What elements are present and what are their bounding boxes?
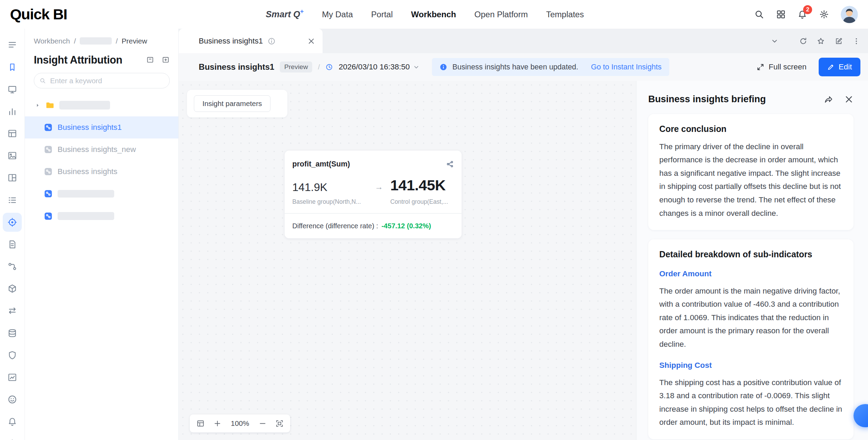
pin-icon[interactable] [3,58,22,77]
search-icon [40,77,46,84]
close-tab-icon[interactable] [307,37,315,45]
main-area: Business insights1 Business insights1 Pr… [179,29,868,440]
tree-item-business-insights1[interactable]: Business insights1 [25,116,178,138]
attribution-icon[interactable] [3,213,22,232]
breadcrumb: Workbench / / Preview [34,37,170,46]
tree-item-business-insights[interactable]: Business insights [25,161,178,183]
collapse-panel-icon[interactable] [146,56,154,64]
close-panel-icon[interactable] [844,95,854,104]
core-conclusion-card: Core conclusion The primary driver of th… [648,114,854,230]
image-chart-icon[interactable] [3,146,22,165]
list-icon[interactable] [3,191,22,210]
redacted-item-name [58,190,114,198]
flow-icon[interactable] [3,257,22,276]
forward-share-icon[interactable] [824,95,833,104]
trend-chart-icon[interactable] [3,368,22,387]
order-amount-link[interactable]: Order Amount [659,269,842,278]
shipping-cost-link[interactable]: Shipping Cost [659,361,842,370]
info-icon[interactable] [268,37,275,45]
difference-value: -457.12 (0.32%) [382,222,431,230]
section-text: The order amount is the main negative dr… [659,285,842,351]
nav-portal[interactable]: Portal [371,10,393,19]
settings-gear-icon[interactable] [819,10,829,19]
metric-card[interactable]: profit_amt(Sum) 141.9K → 141.45K Baselin… [285,151,462,238]
star-favorite-icon[interactable] [817,37,825,45]
nav-my-data[interactable]: My Data [322,10,353,19]
zoom-in-icon[interactable] [214,420,221,427]
kebab-menu-icon[interactable] [852,37,860,45]
pencil-icon [827,63,835,71]
zoom-out-icon[interactable] [259,420,266,427]
quick-bi-app: Quick BI Smart Q+ My Data Portal Workben… [0,0,868,440]
insight-parameters-button[interactable]: Insight parameters [194,95,271,112]
user-avatar[interactable] [841,6,858,23]
caret-right-icon[interactable] [35,103,40,108]
nav-workbench[interactable]: Workbench [411,10,456,19]
tree-item-redacted[interactable] [25,183,178,205]
overview-grid-icon[interactable] [197,420,204,427]
bar-chart-icon[interactable] [3,102,22,121]
nav-open-platform[interactable]: Open Platform [474,10,528,19]
sidebar: Workbench / / Preview Insight Attributio… [25,29,179,440]
breadcrumb-separator: / [74,37,76,45]
header-actions: 2 [754,6,858,23]
notice-text: Business insights have been updated. [452,63,578,71]
compose-edit-icon[interactable] [835,37,842,45]
folder-icon [46,101,55,110]
info-icon [440,63,447,71]
update-notice: Business insights have been updated. Go … [432,58,669,76]
tabs-chevron-down-icon[interactable] [771,37,778,45]
full-screen-button[interactable]: Full screen [757,63,807,71]
insight-node-icon [44,145,53,154]
document-icon[interactable] [3,235,22,254]
breadcrumb-preview: Preview [121,37,147,45]
breadcrumb-redacted-item [80,37,112,45]
insight-node-icon [44,212,53,221]
difference-label: Difference (difference rate) : [292,222,378,230]
table-icon[interactable] [3,124,22,143]
apps-grid-icon[interactable] [776,10,786,19]
insight-node-icon [44,189,53,198]
shield-icon[interactable] [3,346,22,365]
report-title: Business insights1 [199,62,274,72]
database-icon[interactable] [3,324,22,343]
refresh-icon[interactable] [799,37,807,45]
schedule-icon [325,63,333,71]
dashboard-icon[interactable] [3,169,22,188]
zoom-level: 100% [231,419,249,428]
notifications-bell-icon[interactable]: 2 [798,10,807,19]
tree-item-redacted[interactable] [25,205,178,227]
sparkle-icon: + [300,8,304,15]
search-input[interactable] [49,76,164,85]
fit-screen-icon[interactable] [276,420,283,427]
transfer-icon[interactable] [3,302,22,321]
canvas-zoom-toolbar: 100% [190,414,290,432]
fullscreen-icon [757,63,764,71]
smiley-icon[interactable] [3,390,22,409]
nav-smart-q[interactable]: Smart Q+ [266,9,304,19]
tab-business-insights1[interactable]: Business insights1 [179,29,323,53]
chevron-down-icon [413,64,420,70]
separator: / [318,63,320,71]
search-icon[interactable] [754,10,764,19]
new-report-icon[interactable] [162,56,169,64]
timestamp-selector[interactable]: 2026/03/10 16:38:50 [339,63,420,71]
cube-icon[interactable] [3,279,22,298]
edit-button[interactable]: Edit [819,58,860,77]
robot-icon[interactable] [3,434,22,440]
sidebar-search[interactable] [34,73,170,88]
attribution-flow-icon[interactable] [446,160,454,168]
tree-item-business-insights-new[interactable]: Business insights_new [25,138,178,161]
breadcrumb-workbench[interactable]: Workbench [34,37,70,45]
section-text: The primary driver of the decline in ove… [659,140,842,220]
go-to-instant-insights-link[interactable]: Go to Instant Insights [591,63,662,71]
page-title: Insight Attribution [34,54,122,66]
monitor-icon[interactable] [3,80,22,99]
quick-bi-logo: Quick BI [10,6,67,23]
breakdown-card: Detailed breakdown of sub-indicators Ord… [648,239,854,439]
section-heading: Core conclusion [659,124,842,134]
tree-folder-row[interactable] [25,94,178,116]
menu-icon[interactable] [3,36,22,55]
nav-templates[interactable]: Templates [546,10,584,19]
alert-bell-icon[interactable] [3,412,22,431]
